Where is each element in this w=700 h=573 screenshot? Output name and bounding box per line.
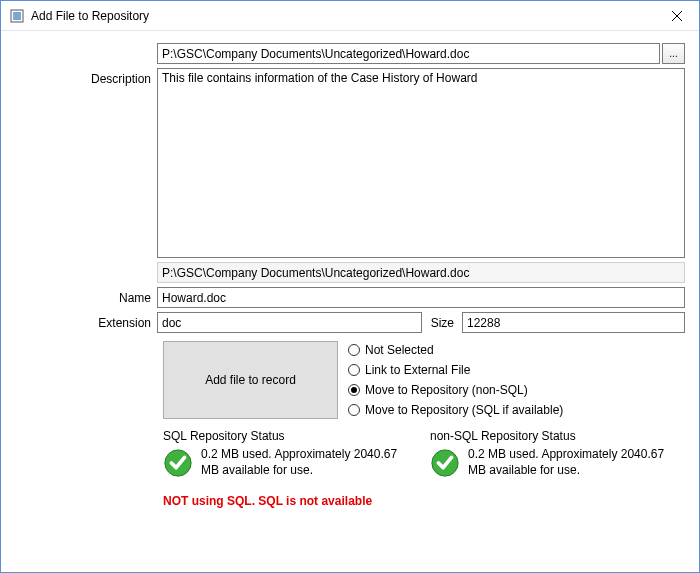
close-button[interactable]	[654, 1, 699, 31]
radio-move-sql[interactable]: Move to Repository (SQL if available)	[348, 401, 563, 419]
svg-rect-1	[13, 12, 21, 20]
extension-row: Extension Size	[15, 312, 685, 333]
radio-label: Not Selected	[365, 343, 434, 357]
readonly-path-display: P:\GSC\Company Documents\Uncategorized\H…	[157, 262, 685, 283]
check-icon	[430, 448, 460, 478]
check-icon	[163, 448, 193, 478]
description-row: Description This file contains informati…	[15, 68, 685, 258]
name-input[interactable]	[157, 287, 685, 308]
radio-move-nonsql[interactable]: Move to Repository (non-SQL)	[348, 381, 563, 399]
size-input[interactable]	[462, 312, 685, 333]
name-label: Name	[15, 287, 157, 305]
storage-mode-radios: Not Selected Link to External File Move …	[348, 341, 563, 419]
radio-label: Link to External File	[365, 363, 470, 377]
description-textarea[interactable]: This file contains information of the Ca…	[157, 68, 685, 258]
sql-warning-text: NOT using SQL. SQL is not available	[163, 494, 685, 508]
name-row: Name	[15, 287, 685, 308]
browse-button[interactable]: ...	[662, 43, 685, 64]
file-path-row: ...	[15, 43, 685, 64]
sql-status: SQL Repository Status 0.2 MB used. Appro…	[163, 429, 418, 478]
radio-label: Move to Repository (SQL if available)	[365, 403, 563, 417]
radio-link-external[interactable]: Link to External File	[348, 361, 563, 379]
empty-label	[15, 43, 157, 47]
close-icon	[672, 11, 682, 21]
radio-not-selected[interactable]: Not Selected	[348, 341, 563, 359]
status-row: SQL Repository Status 0.2 MB used. Appro…	[163, 429, 685, 478]
app-icon	[9, 8, 25, 24]
title-bar: Add File to Repository	[1, 1, 699, 31]
nonsql-status-title: non-SQL Repository Status	[430, 429, 685, 443]
nonsql-status-text: 0.2 MB used. Approximately 2040.67 MB av…	[468, 447, 685, 478]
extension-input[interactable]	[157, 312, 422, 333]
sql-status-text: 0.2 MB used. Approximately 2040.67 MB av…	[201, 447, 418, 478]
extension-label: Extension	[15, 312, 157, 330]
window-title: Add File to Repository	[31, 9, 149, 23]
radio-icon	[348, 404, 360, 416]
description-label: Description	[15, 68, 157, 86]
radio-label: Move to Repository (non-SQL)	[365, 383, 528, 397]
size-label: Size	[422, 312, 462, 333]
file-path-input[interactable]	[157, 43, 660, 64]
radio-icon	[348, 364, 360, 376]
add-file-button[interactable]: Add file to record	[163, 341, 338, 419]
readonly-path-row: P:\GSC\Company Documents\Uncategorized\H…	[15, 262, 685, 283]
nonsql-status: non-SQL Repository Status 0.2 MB used. A…	[430, 429, 685, 478]
radio-icon	[348, 384, 360, 396]
actions-row: Add file to record Not Selected Link to …	[163, 341, 685, 419]
sql-status-title: SQL Repository Status	[163, 429, 418, 443]
dialog-content: ... Description This file contains infor…	[1, 31, 699, 518]
radio-icon	[348, 344, 360, 356]
